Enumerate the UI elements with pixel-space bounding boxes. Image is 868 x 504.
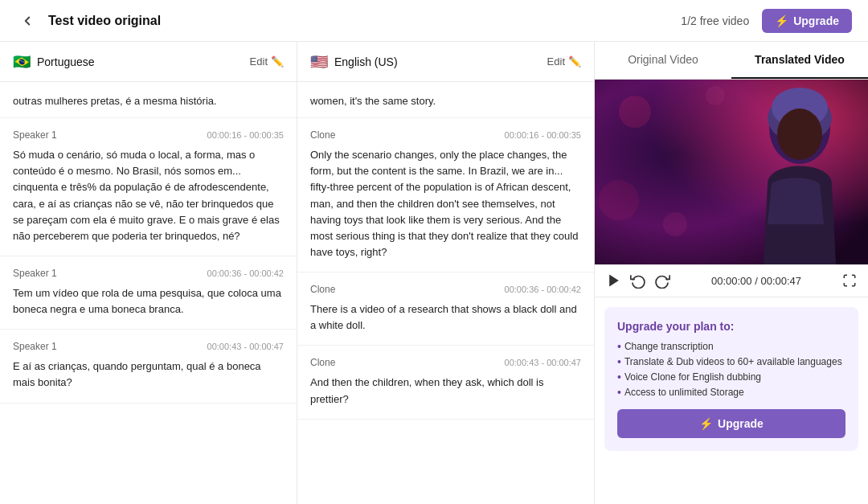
list-item: Clone 00:00:36 - 00:00:42 There is a vid… bbox=[297, 272, 594, 346]
english-edit-button[interactable]: Edit ✏️ bbox=[547, 55, 581, 68]
upgrade-cta-icon: ⚡ bbox=[699, 417, 713, 430]
portuguese-edit-button[interactable]: Edit ✏️ bbox=[250, 55, 284, 68]
segment-meta: Speaker 1 00:00:36 - 00:00:42 bbox=[13, 268, 284, 279]
tab-original-video[interactable]: Original Video bbox=[595, 42, 731, 79]
english-column: 🇺🇸 English (US) Edit ✏️ women, it's the … bbox=[297, 42, 594, 504]
edit-icon: ✏️ bbox=[568, 55, 581, 68]
portuguese-lang-info: 🇧🇷 Portuguese bbox=[13, 53, 95, 71]
portuguese-lang-label: Portuguese bbox=[37, 55, 95, 68]
english-partial-text: women, it's the same story. bbox=[310, 93, 581, 109]
timestamp: 00:00:16 - 00:00:35 bbox=[207, 130, 284, 140]
svg-point-8 bbox=[599, 180, 639, 220]
upgrade-button[interactable]: ⚡ Upgrade bbox=[762, 9, 852, 33]
segment-text: Tem um vídeo que rola de uma pesquisa, q… bbox=[13, 285, 284, 318]
list-item: Access to unlimited Storage bbox=[617, 387, 845, 398]
main-area: 🇧🇷 Portuguese Edit ✏️ outras mulheres pr… bbox=[0, 42, 868, 504]
segment-text: E aí as crianças, quando perguntam, qual… bbox=[13, 359, 284, 391]
list-item: Speaker 1 00:00:43 - 00:00:47 E aí as cr… bbox=[0, 330, 297, 403]
right-panel: Original Video Translated Video bbox=[595, 42, 868, 504]
list-item: Clone 00:00:16 - 00:00:35 Only the scena… bbox=[297, 118, 594, 272]
segment-meta: Clone 00:00:16 - 00:00:35 bbox=[310, 129, 581, 141]
portuguese-partial-text: outras mulheres pretas, é a mesma histór… bbox=[13, 93, 284, 109]
speaker-label: Speaker 1 bbox=[13, 129, 57, 141]
svg-point-6 bbox=[619, 96, 651, 128]
edit-icon: ✏️ bbox=[271, 55, 284, 68]
transcription-area: 🇧🇷 Portuguese Edit ✏️ outras mulheres pr… bbox=[0, 42, 595, 504]
upgrade-features-list: Change transcription Translate & Dub vid… bbox=[617, 341, 845, 398]
upgrade-cta-button[interactable]: ⚡ Upgrade bbox=[617, 409, 845, 438]
topbar: Test video original 1/2 free video ⚡ Upg… bbox=[0, 0, 868, 42]
list-item: Voice Clone for English dubbing bbox=[617, 371, 845, 383]
portuguese-header: 🇧🇷 Portuguese Edit ✏️ bbox=[0, 42, 297, 82]
video-tabs: Original Video Translated Video bbox=[595, 42, 868, 80]
speaker-label: Clone bbox=[310, 284, 335, 295]
timestamp: 00:00:16 - 00:00:35 bbox=[505, 130, 581, 140]
segment-meta: Speaker 1 00:00:43 - 00:00:47 bbox=[13, 341, 284, 352]
svg-point-9 bbox=[706, 86, 725, 105]
list-item: Speaker 1 00:00:16 - 00:00:35 Só muda o … bbox=[0, 118, 297, 256]
tab-translated-video[interactable]: Translated Video bbox=[731, 42, 868, 79]
list-item: Translate & Dub videos to 60+ available … bbox=[617, 356, 845, 367]
upgrade-panel-title: Upgrade your plan to: bbox=[617, 320, 845, 333]
english-lang-info: 🇺🇸 English (US) bbox=[310, 53, 398, 71]
play-button[interactable] bbox=[606, 272, 622, 289]
segment-text: And then the children, when they ask, wh… bbox=[310, 375, 581, 407]
english-flag: 🇺🇸 bbox=[310, 53, 328, 71]
svg-marker-10 bbox=[609, 275, 619, 287]
portuguese-column: 🇧🇷 Portuguese Edit ✏️ outras mulheres pr… bbox=[0, 42, 297, 504]
page-title: Test video original bbox=[48, 14, 681, 28]
portuguese-partial-segment: outras mulheres pretas, é a mesma histór… bbox=[0, 82, 297, 118]
forward-button[interactable] bbox=[654, 272, 670, 289]
segment-meta: Speaker 1 00:00:16 - 00:00:35 bbox=[13, 129, 284, 141]
speaker-label: Clone bbox=[310, 129, 335, 141]
rewind-button[interactable] bbox=[630, 272, 646, 289]
upgrade-icon: ⚡ bbox=[775, 14, 788, 27]
english-partial-segment: women, it's the same story. bbox=[297, 82, 594, 118]
back-button[interactable] bbox=[16, 10, 39, 32]
segment-text: There is a video of a research that show… bbox=[310, 301, 581, 334]
list-item: Change transcription bbox=[617, 341, 845, 352]
svg-point-5 bbox=[777, 109, 822, 160]
english-content[interactable]: women, it's the same story. Clone 00:00:… bbox=[297, 82, 594, 504]
portuguese-content[interactable]: outras mulheres pretas, é a mesma histór… bbox=[0, 82, 297, 504]
video-controls: 00:00:00 / 00:00:47 bbox=[595, 264, 868, 297]
english-header: 🇺🇸 English (US) Edit ✏️ bbox=[297, 42, 594, 82]
segment-meta: Clone 00:00:43 - 00:00:47 bbox=[310, 357, 581, 368]
segment-text: Only the scenario changes, only the plac… bbox=[310, 147, 581, 260]
fullscreen-button[interactable] bbox=[842, 273, 857, 288]
list-item: Clone 00:00:43 - 00:00:47 And then the c… bbox=[297, 346, 594, 419]
segment-text: Só muda o cenário, só muda o local, a fo… bbox=[13, 147, 284, 244]
video-thumbnail bbox=[595, 80, 868, 264]
timestamp: 00:00:43 - 00:00:47 bbox=[207, 342, 284, 351]
free-video-badge: 1/2 free video bbox=[681, 14, 749, 27]
speaker-label: Clone bbox=[310, 357, 335, 368]
time-display: 00:00:00 / 00:00:47 bbox=[678, 275, 834, 287]
segment-meta: Clone 00:00:36 - 00:00:42 bbox=[310, 284, 581, 295]
list-item: Speaker 1 00:00:36 - 00:00:42 Tem um víd… bbox=[0, 256, 297, 330]
upgrade-panel: Upgrade your plan to: Change transcripti… bbox=[604, 307, 858, 451]
english-lang-label: English (US) bbox=[334, 55, 398, 68]
speaker-label: Speaker 1 bbox=[13, 268, 57, 279]
timestamp: 00:00:36 - 00:00:42 bbox=[505, 285, 581, 294]
speaker-label: Speaker 1 bbox=[13, 341, 57, 352]
portuguese-flag: 🇧🇷 bbox=[13, 53, 31, 71]
timestamp: 00:00:43 - 00:00:47 bbox=[505, 358, 581, 367]
timestamp: 00:00:36 - 00:00:42 bbox=[207, 268, 284, 278]
svg-point-7 bbox=[663, 212, 687, 236]
